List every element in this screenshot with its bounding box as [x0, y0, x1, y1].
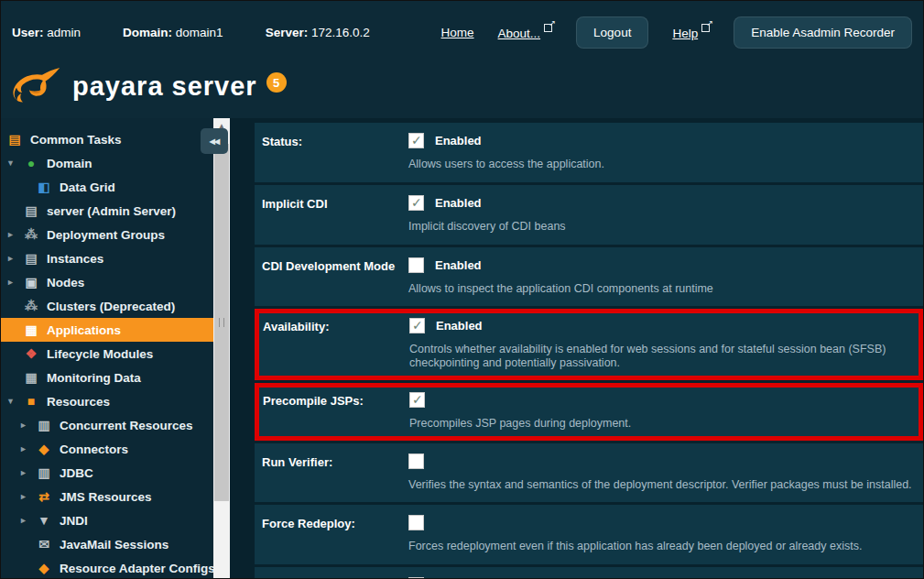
implicit-cdi-checkbox[interactable] — [408, 195, 424, 211]
domain-icon: ● — [23, 157, 39, 169]
payara-admin-console: User: admin Domain: domain1 Server: 172.… — [0, 0, 924, 579]
jms-resources-icon: ⇄ — [36, 490, 52, 503]
expander-collapsed-icon[interactable] — [6, 254, 23, 263]
server-label: Server: — [266, 26, 309, 39]
form-row-force-redeploy: Force Redeploy:Forces redeployment even … — [255, 505, 923, 564]
sidebar-item-label: Connectors — [60, 442, 128, 456]
sidebar-item-monitoring-data[interactable]: ▦Monitoring Data — [1, 366, 213, 389]
sidebar-tree: ▤Common Tasks●Domain◧Data Grid▤server (A… — [1, 118, 213, 578]
scrollbar-thumb[interactable] — [214, 144, 229, 501]
form-row-status: Status:EnabledAllows users to access the… — [255, 123, 923, 182]
expander-collapsed-icon[interactable] — [6, 230, 23, 239]
sidebar-item-server-admin-server[interactable]: ▤server (Admin Server) — [1, 199, 213, 223]
status-control: EnabledAllows users to access the applic… — [408, 133, 916, 171]
expander-expanded-icon[interactable] — [6, 158, 23, 168]
precompile-jsps-checkbox[interactable] — [409, 392, 425, 408]
form-row-precompile-jsps: Precompile JSPs:Precompiles JSP pages du… — [255, 383, 923, 441]
expander-collapsed-icon[interactable] — [19, 492, 36, 501]
external-link-icon — [544, 24, 552, 32]
sidebar-item-domain[interactable]: ●Domain — [1, 151, 213, 175]
cdi-development-mode-control: EnabledAllows to inspect the application… — [408, 257, 916, 296]
server-admin-server-icon: ▤ — [23, 204, 39, 217]
user-label: User: — [12, 26, 44, 39]
product-logo-text: payara server — [72, 71, 257, 102]
force-redeploy-checkbox[interactable] — [408, 515, 424, 530]
sidebar-item-resources[interactable]: ■Resources — [1, 389, 213, 413]
sidebar-item-resource-adapter-configs[interactable]: ◆Resource Adapter Configs — [1, 556, 213, 578]
force-redeploy-label: Force Redeploy: — [262, 515, 408, 553]
cdi-development-mode-checkbox-line: Enabled — [408, 257, 916, 273]
sidebar-item-label: Resources — [47, 395, 110, 409]
form-row-cdi-development-mode: CDI Development ModeEnabledAllows to ins… — [255, 247, 923, 307]
run-verifier-checkbox[interactable] — [408, 453, 424, 469]
precompile-jsps-label: Precompile JSPs: — [263, 392, 409, 431]
availability-control: EnabledControls whether availability is … — [409, 318, 911, 370]
header: User: admin Domain: domain1 Server: 172.… — [1, 1, 923, 118]
force-redeploy-control: Forces redeployment even if this applica… — [408, 515, 916, 553]
sidebar-item-instances[interactable]: ▤Instances — [1, 246, 213, 270]
sidebar-item-label: Clusters (Deprecated) — [47, 300, 175, 313]
jndi-icon: ▼ — [36, 514, 52, 527]
about-link[interactable]: About... — [498, 27, 541, 40]
status-label: Status: — [262, 133, 408, 171]
enable-asadmin-recorder-button[interactable]: Enable Asadmin Recorder — [734, 16, 912, 49]
sidebar-item-jndi[interactable]: ▼JNDI — [1, 508, 213, 532]
help-link[interactable]: Help — [672, 27, 698, 40]
jdbc-icon: ▥ — [36, 466, 52, 479]
implicit-cdi-label: Implicit CDI — [262, 195, 408, 234]
expander-collapsed-icon[interactable] — [19, 468, 36, 477]
sidebar-item-data-grid[interactable]: ◧Data Grid — [1, 175, 213, 199]
sidebar-collapse-button[interactable] — [201, 128, 228, 154]
expander-collapsed-icon[interactable] — [19, 421, 36, 430]
expander-collapsed-icon[interactable] — [19, 444, 36, 453]
sidebar-item-label: Applications — [47, 323, 121, 337]
nodes-icon: ▣ — [23, 276, 39, 289]
sidebar-item-javamail-sessions[interactable]: ✉JavaMail Sessions — [1, 532, 213, 556]
home-link[interactable]: Home — [441, 26, 474, 39]
keep-state-checkbox[interactable] — [408, 577, 424, 578]
domain-label: Domain: — [123, 26, 172, 39]
sidebar-item-applications[interactable]: ▦Applications — [1, 318, 213, 342]
sidebar-item-label: JavaMail Sessions — [60, 538, 168, 552]
expander-expanded-icon[interactable] — [6, 397, 23, 406]
keep-state-control — [408, 577, 916, 578]
cdi-development-mode-checkbox[interactable] — [408, 257, 424, 273]
availability-label: Availability: — [263, 318, 409, 370]
sidebar-item-label: Instances — [47, 252, 103, 266]
sidebar-item-jms-resources[interactable]: ⇄JMS Resources — [1, 485, 213, 508]
help-link-wrap[interactable]: Help — [672, 24, 710, 40]
expander-collapsed-icon[interactable] — [19, 516, 36, 525]
form-rows: Status:EnabledAllows users to access the… — [230, 118, 923, 578]
expander-collapsed-icon[interactable] — [6, 278, 23, 287]
instances-icon: ▤ — [23, 252, 39, 265]
sidebar-item-deployment-groups[interactable]: ⁂Deployment Groups — [1, 223, 213, 246]
sidebar-item-concurrent-resources[interactable]: ▥Concurrent Resources — [1, 413, 213, 437]
availability-checkbox[interactable] — [409, 318, 425, 333]
sidebar-item-nodes[interactable]: ▣Nodes — [1, 270, 213, 294]
form-row-keep-state: Keep State: — [255, 567, 923, 578]
lifecycle-modules-icon: ❖ — [23, 347, 39, 360]
cdi-development-mode-label: CDI Development Mode — [262, 257, 408, 296]
domain-stat: Domain: domain1 — [123, 26, 223, 39]
sidebar-item-label: JDBC — [60, 466, 93, 480]
sidebar-item-jdbc[interactable]: ▥JDBC — [1, 461, 213, 485]
deployment-groups-icon: ⁂ — [23, 228, 39, 241]
sidebar-item-label: Domain — [47, 157, 92, 170]
status-checkbox[interactable] — [408, 133, 424, 148]
sidebar-item-label: JNDI — [60, 514, 88, 528]
server-stat: Server: 172.16.0.2 — [266, 26, 370, 39]
server-value: 172.16.0.2 — [311, 26, 370, 39]
run-verifier-checkbox-line — [408, 453, 916, 469]
about-link-wrap[interactable]: About... — [498, 24, 553, 40]
logout-button[interactable]: Logout — [576, 16, 648, 49]
sidebar-item-connectors[interactable]: ◆Connectors — [1, 437, 213, 461]
availability-description: Controls whether availability is enabled… — [409, 343, 911, 370]
monitoring-data-icon: ▦ — [23, 371, 39, 384]
keep-state-label: Keep State: — [262, 577, 408, 578]
sidebar-scrollbar[interactable]: ▲ — [213, 118, 230, 578]
sidebar-item-label: JMS Resources — [60, 490, 152, 504]
sidebar-item-lifecycle-modules[interactable]: ❖Lifecycle Modules — [1, 342, 213, 366]
sidebar-item-common-tasks[interactable]: ▤Common Tasks — [1, 127, 213, 151]
payara-fish-logo-icon — [10, 65, 61, 107]
sidebar-item-clusters-deprecated[interactable]: ⁂Clusters (Deprecated) — [1, 294, 213, 318]
